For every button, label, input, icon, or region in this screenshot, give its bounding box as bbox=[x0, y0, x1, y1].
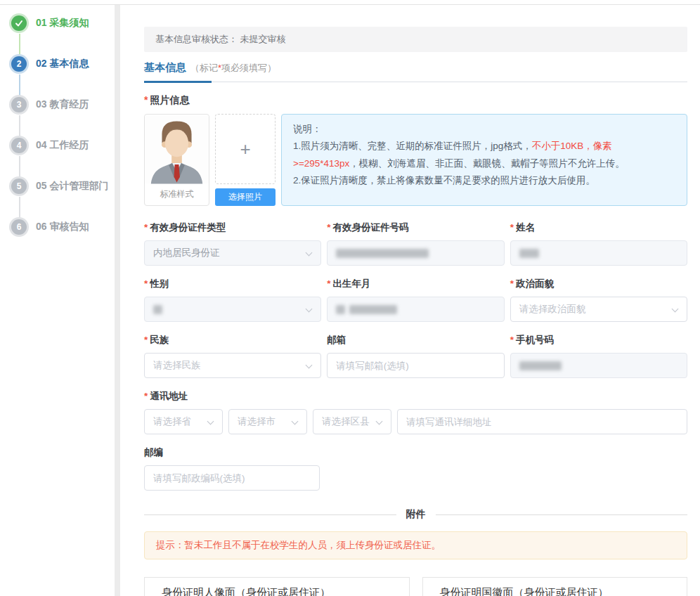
chevron-down-icon bbox=[306, 362, 313, 369]
choose-photo-button[interactable]: 选择照片 bbox=[215, 188, 276, 206]
attachment-cards: 身份证明人像面（身份证或居住证） 点击上传证明附件 只能上传（jpg,jpeg,… bbox=[144, 577, 687, 596]
name-input[interactable] bbox=[510, 240, 687, 266]
province-select[interactable]: 请选择省 bbox=[144, 409, 223, 434]
step-number: 2 bbox=[11, 56, 27, 72]
gender-select[interactable] bbox=[144, 297, 321, 322]
address-detail-input[interactable] bbox=[397, 409, 687, 434]
id-type-value: 内地居民身份证 bbox=[153, 247, 220, 259]
page: 01 采集须知 2 02 基本信息 3 03 教育经历 4 04 工作经历 5 … bbox=[0, 5, 700, 596]
attachments-label: 附件 bbox=[406, 508, 426, 521]
sidebar-divider bbox=[115, 5, 120, 596]
field-politics: *政治面貌 请选择政治面貌 bbox=[510, 278, 687, 322]
step-label: 01 采集须知 bbox=[36, 17, 89, 30]
main-content: 基本信息审核状态： 未提交审核 基本信息 （标记*项必须填写） *照片信息 bbox=[120, 5, 700, 596]
notice-title: 说明： bbox=[293, 121, 675, 138]
chevron-down-icon bbox=[376, 418, 383, 425]
district-select[interactable]: 请选择区县 bbox=[313, 409, 391, 434]
field-id-number: *有效身份证件号码 bbox=[327, 221, 504, 266]
step-label: 06 审核告知 bbox=[36, 221, 89, 233]
step-collection-notice[interactable]: 01 采集须知 bbox=[11, 15, 115, 32]
top-border bbox=[0, 0, 700, 5]
redacted-value bbox=[349, 305, 397, 314]
ethnicity-placeholder: 请选择民族 bbox=[153, 359, 201, 372]
steps-sidebar: 01 采集须知 2 02 基本信息 3 03 教育经历 4 04 工作经历 5 … bbox=[0, 5, 115, 596]
redacted-value bbox=[519, 361, 562, 370]
sample-caption: 标准样式 bbox=[145, 185, 209, 205]
id-type-select[interactable]: 内地居民身份证 bbox=[144, 240, 321, 266]
email-input[interactable] bbox=[327, 353, 504, 378]
tab-bar: 基本信息 （标记*项必须填写） bbox=[144, 61, 687, 82]
ethnicity-select[interactable]: 请选择民族 bbox=[144, 353, 321, 378]
city-select[interactable]: 请选择市 bbox=[228, 409, 307, 434]
photo-requirements-notice: 说明： 1.照片须为清晰、完整、近期的标准证件照片，jpg格式，不小于10KB，… bbox=[281, 114, 687, 206]
field-gender: *性别 bbox=[144, 278, 321, 322]
step-review-notice[interactable]: 6 06 审核告知 bbox=[11, 219, 115, 235]
photo-section-label: *照片信息 bbox=[144, 94, 687, 107]
chevron-down-icon bbox=[306, 306, 313, 313]
form-row-2: *性别 *出生年月 *政治面貌 请选择政治面貌 bbox=[144, 278, 687, 322]
chevron-down-icon bbox=[207, 418, 214, 425]
field-ethnicity: *民族 请选择民族 bbox=[144, 334, 321, 378]
redacted-value bbox=[153, 305, 162, 314]
upload-warning: 提示：暂未工作且不属于在校学生的人员，须上传身份证或居住证。 bbox=[144, 531, 687, 559]
birth-date-input[interactable] bbox=[327, 297, 504, 322]
tab-basic-info[interactable]: 基本信息 bbox=[144, 61, 186, 74]
field-phone: *手机号码 bbox=[510, 334, 687, 378]
id-back-title: 身份证明国徽面（身份证或居住证） bbox=[423, 578, 687, 596]
field-email: 邮箱 bbox=[327, 334, 504, 378]
field-address: *通讯地址 请选择省 请选择市 请选择区县 bbox=[144, 390, 687, 434]
field-birth-date: *出生年月 bbox=[327, 278, 504, 322]
photo-uploader: + 选择照片 bbox=[215, 114, 276, 206]
required-note: （标记*项必须填写） bbox=[190, 62, 276, 74]
chevron-down-icon bbox=[672, 306, 679, 313]
step-number: 5 bbox=[11, 179, 27, 194]
form-row-1: *有效身份证件类型 内地居民身份证 *有效身份证件号码 *姓名 bbox=[144, 221, 687, 266]
step-number: 4 bbox=[11, 138, 27, 153]
id-front-title: 身份证明人像面（身份证或居住证） bbox=[145, 578, 409, 596]
id-front-card: 身份证明人像面（身份证或居住证） 点击上传证明附件 只能上传（jpg,jpeg,… bbox=[144, 577, 410, 596]
redacted-value bbox=[336, 305, 345, 314]
sample-portrait-image bbox=[145, 115, 209, 185]
id-back-card: 身份证明国徽面（身份证或居住证） 点击上传证明附件 只能上传（jpg,jpeg,… bbox=[422, 577, 688, 596]
basic-info-form: *有效身份证件类型 内地居民身份证 *有效身份证件号码 *姓名 bbox=[144, 221, 687, 491]
politics-select[interactable]: 请选择政治面貌 bbox=[510, 297, 687, 322]
form-row-3: *民族 请选择民族 邮箱 *手机号码 bbox=[144, 334, 687, 378]
step-label: 02 基本信息 bbox=[36, 58, 89, 70]
step-number: 3 bbox=[11, 97, 27, 112]
plus-icon: + bbox=[240, 138, 250, 160]
attachments-divider: 附件 bbox=[144, 508, 687, 521]
tab-active-underline bbox=[144, 81, 212, 83]
photo-row: 标准样式 + 选择照片 说明： 1.照片须为清晰、完整、近期的标准证件照片，jp… bbox=[144, 114, 687, 206]
notice-line2: 2.保证照片清晰度，禁止将像素数量不满足要求的照片进行放大后使用。 bbox=[293, 172, 675, 189]
phone-input[interactable] bbox=[510, 353, 687, 378]
step-label: 05 会计管理部门 bbox=[36, 180, 108, 193]
step-education[interactable]: 3 03 教育经历 bbox=[11, 96, 115, 113]
step-work-experience[interactable]: 4 04 工作经历 bbox=[11, 137, 115, 154]
notice-line1: 1.照片须为清晰、完整、近期的标准证件照片，jpg格式，不小于10KB，像素>=… bbox=[293, 138, 675, 172]
photo-upload-dropzone[interactable]: + bbox=[215, 114, 276, 184]
politics-placeholder: 请选择政治面貌 bbox=[519, 303, 586, 316]
step-number: 6 bbox=[11, 219, 27, 235]
redacted-value bbox=[336, 249, 429, 258]
chevron-down-icon bbox=[306, 250, 313, 257]
field-postcode: 邮编 bbox=[144, 446, 687, 491]
review-status-bar: 基本信息审核状态： 未提交审核 bbox=[144, 27, 687, 52]
chevron-down-icon bbox=[292, 418, 299, 425]
step-label: 03 教育经历 bbox=[36, 98, 89, 111]
step-label: 04 工作经历 bbox=[36, 139, 89, 152]
field-id-type: *有效身份证件类型 内地居民身份证 bbox=[144, 221, 321, 266]
sample-photo-card: 标准样式 bbox=[144, 114, 209, 206]
step-accounting-dept[interactable]: 5 05 会计管理部门 bbox=[11, 178, 115, 195]
check-icon bbox=[11, 15, 27, 31]
field-name: *姓名 bbox=[510, 221, 687, 266]
step-basic-info[interactable]: 2 02 基本信息 bbox=[11, 56, 115, 72]
id-number-input[interactable] bbox=[327, 240, 504, 266]
redacted-value bbox=[519, 249, 539, 258]
postcode-input[interactable] bbox=[144, 465, 320, 491]
